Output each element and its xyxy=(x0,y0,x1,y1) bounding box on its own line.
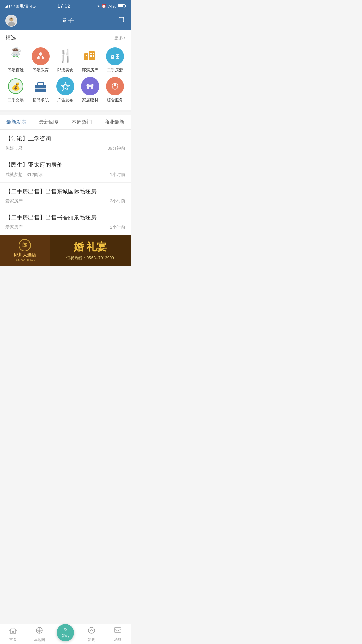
section-title: 精选 xyxy=(5,34,16,41)
svg-rect-34 xyxy=(89,87,91,89)
category-zhaopin[interactable]: 招聘求职 xyxy=(28,75,53,105)
svg-rect-19 xyxy=(93,55,94,57)
ershousrc-label: 二手房源 xyxy=(107,67,123,73)
svg-rect-21 xyxy=(116,54,119,59)
fangchan-icon xyxy=(81,47,99,65)
post-title-1: 【讨论】上学咨询 xyxy=(5,135,125,143)
post-title-4: 【二手房出售】出售书香丽景毛坯房 xyxy=(5,214,125,222)
navigation-icon: ➤ xyxy=(97,4,100,8)
category-meishi[interactable]: 🍴 郎溪美食 xyxy=(53,45,78,75)
svg-rect-18 xyxy=(90,55,92,57)
fangchan-label: 郎溪房产 xyxy=(82,67,98,73)
svg-rect-14 xyxy=(86,55,87,56)
header: 圈子 xyxy=(0,12,131,30)
svg-rect-25 xyxy=(116,57,117,58)
zonghe-label: 综合服务 xyxy=(107,97,123,103)
category-jiaoyu[interactable]: 郎溪教育 xyxy=(28,45,53,75)
post-meta-1: 你好，君 39分钟前 xyxy=(5,145,125,151)
jiaoyu-label: 郎溪教育 xyxy=(33,67,49,73)
category-jiaju[interactable]: 家居建材 xyxy=(78,75,103,105)
category-grid: ☕ 郎溪百姓 郎溪教育 xyxy=(0,45,131,105)
post-author-4: 爱家房产 xyxy=(5,224,23,230)
featured-section: 精选 更多 › ☕ 郎溪百姓 xyxy=(0,30,131,110)
time-label: 17:02 xyxy=(57,3,71,9)
post-meta-3: 爱家房产 2小时前 xyxy=(5,198,125,204)
baixing-icon: ☕ xyxy=(7,47,25,65)
meishi-icon: 🍴 xyxy=(56,47,74,65)
network-label: 4G xyxy=(30,4,36,9)
svg-rect-23 xyxy=(116,55,117,56)
zhaopin-label: 招聘求职 xyxy=(33,97,49,103)
ershujiaoy-label: 二手交易 xyxy=(8,97,24,103)
more-button[interactable]: 更多 › xyxy=(114,35,125,41)
svg-text:💰: 💰 xyxy=(11,82,21,91)
ad-sub-text: 订餐热线：0563--7013999 xyxy=(66,255,114,261)
tab-reply[interactable]: 最新回复 xyxy=(33,115,66,129)
post-meta-2: 成就梦想 312阅读 1小时前 xyxy=(5,172,125,178)
ad-left: 郎 郎川大酒店 LANGCHUAN xyxy=(0,235,50,266)
svg-point-8 xyxy=(37,57,40,59)
baixing-label: 郎溪百姓 xyxy=(8,67,24,73)
svg-text:☕: ☕ xyxy=(10,47,22,56)
signal-icon xyxy=(5,5,10,8)
status-bar: 中国电信 4G 17:02 ⊕ ➤ ⏰ 74% xyxy=(0,0,131,12)
svg-point-3 xyxy=(10,18,13,21)
post-time-3: 2小时前 xyxy=(110,198,125,204)
guanggao-label: 广告发布 xyxy=(57,97,73,103)
tab-latest[interactable]: 最新发表 xyxy=(0,115,33,129)
svg-rect-17 xyxy=(93,53,94,54)
category-guanggao[interactable]: 广告发布 xyxy=(53,75,78,105)
avatar-image xyxy=(6,15,17,26)
tab-hot[interactable]: 本周热门 xyxy=(65,115,98,129)
post-meta-4: 爱家房产 2小时前 xyxy=(5,224,125,230)
post-item-1[interactable]: 【讨论】上学咨询 你好，君 39分钟前 xyxy=(0,130,131,156)
svg-rect-13 xyxy=(84,53,88,60)
post-title-3: 【二手房出售】出售东城国际毛坯房 xyxy=(5,187,125,196)
divider-1 xyxy=(0,110,131,112)
ad-hotel-name: 郎川大酒店 xyxy=(14,252,36,258)
jiaju-label: 家居建材 xyxy=(82,97,98,103)
tabs-bar: 最新发表 最新回复 本周热门 商业最新 xyxy=(0,115,131,130)
alarm-icon: ⏰ xyxy=(101,4,106,8)
section-header: 精选 更多 › xyxy=(0,33,131,45)
category-zonghe[interactable]: 综合服务 xyxy=(103,75,127,105)
post-time-1: 39分钟前 xyxy=(108,145,125,151)
ad-main-text: 婚 礼宴 xyxy=(74,240,107,254)
svg-line-11 xyxy=(41,56,43,57)
jiaju-icon xyxy=(81,77,99,95)
avatar[interactable] xyxy=(5,15,17,27)
page-title: 圈子 xyxy=(61,16,74,25)
post-time-4: 2小时前 xyxy=(110,224,125,230)
posts-section: 最新发表 最新回复 本周热门 商业最新 【讨论】上学咨询 你好，君 39分钟前 xyxy=(0,115,131,235)
svg-rect-22 xyxy=(112,56,113,57)
ershousrc-icon xyxy=(106,47,124,65)
zonghe-icon xyxy=(106,77,124,95)
ad-banner[interactable]: 郎 郎川大酒店 LANGCHUAN 婚 礼宴 订餐热线：0563--701399… xyxy=(0,235,131,266)
svg-point-9 xyxy=(42,57,44,59)
post-item-2[interactable]: 【民生】亚太府的房价 成就梦想 312阅读 1小时前 xyxy=(0,156,131,183)
post-author-1: 你好，君 xyxy=(5,145,23,151)
category-ershousrc[interactable]: 二手房源 xyxy=(103,45,127,75)
svg-point-36 xyxy=(114,84,116,86)
svg-rect-26 xyxy=(118,57,119,58)
category-fangchan[interactable]: 郎溪房产 xyxy=(78,45,103,75)
ershujiaoy-icon: 💰 xyxy=(7,77,25,95)
category-erzhujiaoy[interactable]: 💰 二手交易 xyxy=(3,75,28,105)
carrier-label: 中国电信 xyxy=(11,3,28,9)
post-item-3[interactable]: 【二手房出售】出售东城国际毛坯房 爱家房产 2小时前 xyxy=(0,183,131,209)
jiaoyu-icon xyxy=(32,47,50,65)
ad-logo: 郎 xyxy=(19,239,31,251)
svg-line-10 xyxy=(38,56,41,57)
svg-rect-16 xyxy=(90,53,92,54)
category-baixing[interactable]: ☕ 郎溪百姓 xyxy=(3,45,28,75)
edit-icon[interactable] xyxy=(118,16,125,25)
ad-right: 婚 礼宴 订餐热线：0563--7013999 xyxy=(50,235,131,266)
svg-point-7 xyxy=(39,52,42,56)
post-time-2: 1小时前 xyxy=(110,172,125,178)
post-item-4[interactable]: 【二手房出售】出售书香丽景毛坯房 爱家房产 2小时前 xyxy=(0,209,131,235)
tab-biz[interactable]: 商业最新 xyxy=(98,115,131,129)
post-author-3: 爱家房产 xyxy=(5,198,23,204)
ad-hotel-sub: LANGCHUAN xyxy=(14,259,36,262)
status-left: 中国电信 4G xyxy=(5,3,36,9)
location-icon: ⊕ xyxy=(92,4,96,8)
